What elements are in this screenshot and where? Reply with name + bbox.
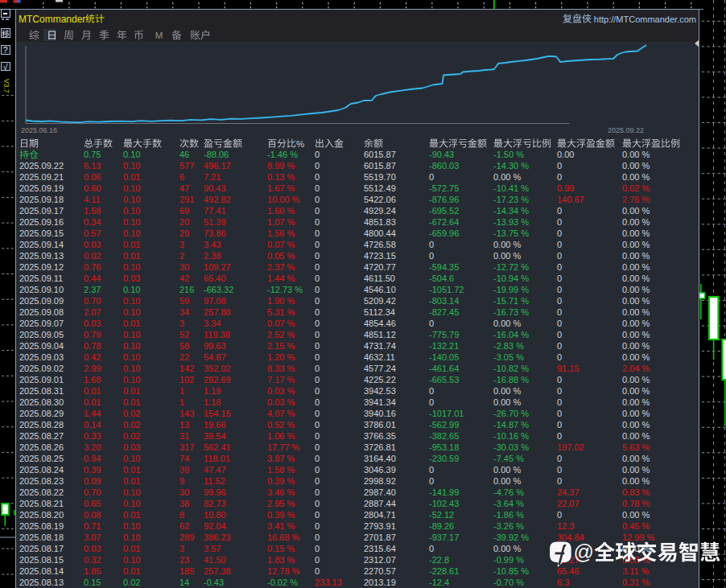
- svg-text:2025.09.22: 2025.09.22: [608, 126, 644, 134]
- svg-text:2025.06.16: 2025.06.16: [21, 126, 57, 134]
